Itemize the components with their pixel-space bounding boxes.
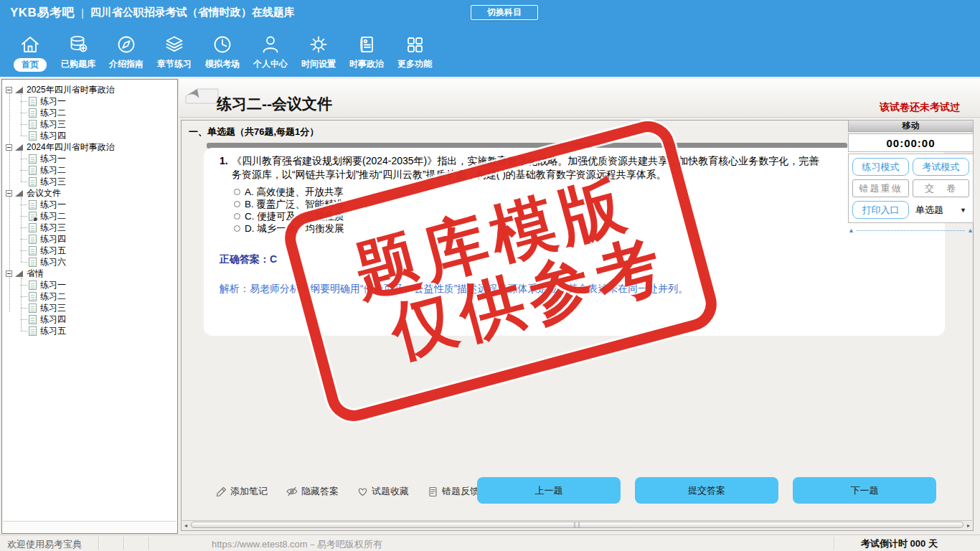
radio-icon[interactable] <box>234 201 240 207</box>
hand-in-button[interactable]: 交 卷 <box>913 179 969 197</box>
option-b[interactable]: B. 覆盖广泛、智能精准 <box>234 198 344 210</box>
toolbar-item-layers[interactable]: 章节练习 <box>156 32 193 70</box>
exam-status-notice: 该试卷还未考试过 <box>880 101 960 114</box>
correct-answer: 正确答案：C <box>220 253 277 266</box>
switch-subject-button[interactable]: 切换科目 <box>471 5 538 20</box>
tree-item[interactable]: 练习二 <box>21 107 177 118</box>
scroll-left-arrow-icon[interactable]: ◂ <box>182 521 189 529</box>
scroll-right-arrow-icon[interactable]: ▸ <box>965 521 972 529</box>
chevron-down-icon: ▼ <box>960 207 966 214</box>
tree-item[interactable]: 练习一 <box>21 279 177 291</box>
tool-doc-feedback[interactable]: 错题反馈 <box>428 485 479 498</box>
person-icon <box>260 32 281 56</box>
answer-analysis: 解析：易老师分析：纲要明确用“便捷可及、公益性质”描述远程资源体系定位，其余表述… <box>220 283 937 296</box>
practice-mode-button[interactable]: 练习模式 <box>852 158 909 176</box>
tree-item[interactable]: 练习六 <box>21 256 177 268</box>
tree-item-label: 练习二 <box>40 291 66 303</box>
exam-mode-button[interactable]: 考试模式 <box>913 158 969 176</box>
folder-icon <box>15 144 23 151</box>
tree-item[interactable]: 练习五 <box>21 245 177 256</box>
database-icon <box>67 32 89 56</box>
tree-item[interactable]: 练习四 <box>21 233 177 245</box>
tool-label: 试题收藏 <box>372 485 409 498</box>
status-copyright: https://www.etest8.com－易考吧版权所有 <box>212 538 382 551</box>
next-question-button[interactable]: 下一题 <box>793 477 936 504</box>
tree-item[interactable]: 练习一 <box>21 199 177 210</box>
tool-heart[interactable]: 试题收藏 <box>357 485 409 498</box>
mode-button-label: 练习模式 <box>862 161 900 174</box>
mode-button-label: 交 卷 <box>925 182 957 195</box>
tree-item[interactable]: 练习一 <box>21 153 177 164</box>
option-d[interactable]: D. 城乡一体、均衡发展 <box>234 222 344 235</box>
tree-section[interactable]: 省情 <box>6 268 177 279</box>
toolbar-item-grid[interactable]: 更多功能 <box>396 32 433 70</box>
app-window: YKB易考吧 | 四川省公职招录考试（省情时政）在线题库 切换科目 首页已购题库… <box>0 0 980 551</box>
option-label: A. 高效便捷、开放共享 <box>245 186 344 199</box>
clock-icon <box>212 32 233 56</box>
question-card: 1. 《四川教育强省建设规划纲要(2024-2035年)》指出，实施教育数字化战… <box>204 148 945 336</box>
submit-answer-button[interactable]: 提交答案 <box>635 477 778 504</box>
option-a[interactable]: A. 高效便捷、开放共享 <box>234 186 344 198</box>
collapse-minus-icon[interactable] <box>6 190 12 197</box>
tree-section[interactable]: 2025年四川省时事政治 <box>6 84 177 95</box>
tree-item[interactable]: 练习四 <box>21 314 177 325</box>
tree-item[interactable]: 练习三 <box>21 302 177 314</box>
toolbar-item-gear[interactable]: 时间设置 <box>300 32 337 70</box>
tree-item-label: 练习五 <box>40 245 66 257</box>
tree-item[interactable]: 练习三 <box>21 118 177 130</box>
tree-horizontal-scrollbar[interactable] <box>3 521 176 532</box>
redo-wrong-button[interactable]: 错题重做 <box>852 179 909 197</box>
toolbar-item-home[interactable]: 首页 <box>11 32 49 72</box>
app-subtitle: 四川省公职招录考试（省情时政）在线题库 <box>90 6 295 19</box>
toolbar-item-database[interactable]: 已购题库 <box>60 32 97 70</box>
toolbar-item-clock[interactable]: 模拟考场 <box>204 32 241 70</box>
toolbar-item-compass[interactable]: 介绍指南 <box>108 32 145 70</box>
collapse-minus-icon[interactable] <box>6 87 12 93</box>
tool-eye-off[interactable]: 隐藏答案 <box>286 485 339 498</box>
tree-item-label: 练习三 <box>40 176 66 188</box>
title-bar: YKB易考吧 | 四川省公职招录考试（省情时政）在线题库 切换科目 <box>0 0 980 25</box>
tree-item[interactable]: 练习三 <box>21 222 177 233</box>
prev-question-button[interactable]: 上一题 <box>477 477 621 504</box>
toolbar-item-news[interactable]: 时事政治 <box>348 32 385 70</box>
option-c[interactable]: C. 便捷可及、公益性质 <box>234 210 344 222</box>
page-title: 练习二--会议文件 <box>217 94 332 114</box>
tool-label: 错题反馈 <box>442 485 479 498</box>
tree-children: 练习一练习二练习三练习四练习五练习六 <box>21 199 177 268</box>
document-icon <box>29 97 37 106</box>
radio-icon[interactable] <box>234 189 240 195</box>
collapse-minus-icon[interactable] <box>6 144 12 151</box>
tool-pencil[interactable]: 添加笔记 <box>216 485 268 498</box>
document-icon <box>29 131 37 141</box>
radio-icon[interactable] <box>234 225 240 232</box>
document-icon <box>29 166 37 175</box>
tree-section[interactable]: 会议文件 <box>6 187 177 199</box>
tree-item[interactable]: 练习五 <box>21 325 177 336</box>
tree-section-label: 省情 <box>27 268 44 280</box>
print-entry-button[interactable]: 打印入口 <box>852 201 909 219</box>
marquee-arrow-icon: ▲ <box>848 227 854 234</box>
tree-item-label: 练习一 <box>40 199 66 211</box>
tree-item-label: 练习二 <box>40 210 66 222</box>
home-icon <box>19 32 41 56</box>
tree-item[interactable]: 练习二 <box>21 164 177 176</box>
tree-item[interactable]: 练习二 <box>21 291 177 302</box>
tree-section[interactable]: 2024年四川省时事政治 <box>6 141 177 153</box>
tree-item[interactable]: 练习一 <box>21 95 177 107</box>
radio-icon[interactable] <box>234 213 240 220</box>
tree-item[interactable]: 练习三 <box>21 176 177 187</box>
exam-tree: 2025年四川省时事政治练习一练习二练习三练习四2024年四川省时事政治练习一练… <box>2 80 177 336</box>
marquee-dots <box>857 230 965 231</box>
collapse-minus-icon[interactable] <box>6 270 12 277</box>
question-type-dropdown[interactable]: 单选题▼ <box>913 201 969 219</box>
content-title-strip: 练习二--会议文件 该试卷还未考试过 <box>179 79 980 118</box>
toolbar-item-person[interactable]: 个人中心 <box>252 32 289 70</box>
panel-move-handle[interactable]: 移动 <box>848 120 974 132</box>
tree-section-label: 会议文件 <box>27 187 61 199</box>
tree-item[interactable]: 练习四 <box>21 130 177 141</box>
scrollbar-thumb[interactable]: ║║ <box>191 522 963 528</box>
toolbar-item-label: 首页 <box>14 58 47 72</box>
document-icon <box>29 200 37 209</box>
document-icon <box>29 281 37 290</box>
tree-item-selected[interactable]: 练习二 <box>21 210 177 222</box>
